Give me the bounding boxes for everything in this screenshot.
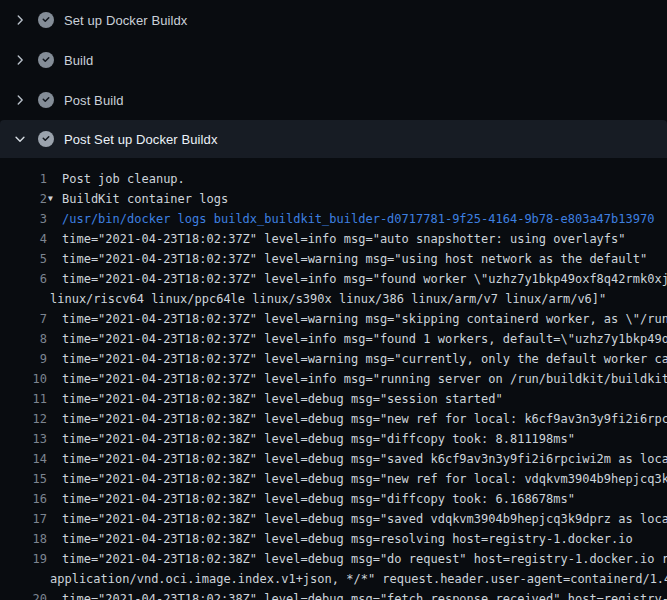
line-number[interactable]: 4: [0, 229, 47, 249]
line-number[interactable]: 2: [0, 189, 47, 209]
log-line: 5time="2021-04-23T18:02:37Z" level=warni…: [0, 249, 667, 269]
log-text: BuildKit container logs: [62, 192, 228, 206]
line-number[interactable]: 12: [0, 409, 47, 429]
log-line: 18time="2021-04-23T18:02:38Z" level=debu…: [0, 529, 667, 549]
check-circle-icon: [38, 52, 54, 68]
step-row-post-set-up-docker-buildx[interactable]: Post Set up Docker Buildx: [0, 120, 667, 158]
step-title: Set up Docker Buildx: [64, 13, 187, 28]
log-text: time="2021-04-23T18:02:38Z" level=debug …: [62, 552, 667, 566]
line-number[interactable]: 6: [0, 269, 47, 289]
log-text: time="2021-04-23T18:02:38Z" level=debug …: [62, 492, 575, 506]
log-text: time="2021-04-23T18:02:38Z" level=debug …: [62, 452, 667, 466]
line-number[interactable]: 8: [0, 329, 47, 349]
log-text: time="2021-04-23T18:02:38Z" level=debug …: [62, 592, 667, 600]
log-text: time="2021-04-23T18:02:38Z" level=debug …: [62, 532, 633, 546]
step-title: Post Build: [64, 93, 124, 108]
log-line-wrap: linux/riscv64 linux/ppc64le linux/s390x …: [0, 289, 667, 309]
chevron-right-icon: [12, 52, 28, 68]
step-row-post-build[interactable]: Post Build: [0, 80, 667, 120]
log-text: time="2021-04-23T18:02:38Z" level=debug …: [62, 432, 575, 446]
log-line: 19time="2021-04-23T18:02:38Z" level=debu…: [0, 549, 667, 569]
line-number[interactable]: 18: [0, 529, 47, 549]
log-text: time="2021-04-23T18:02:37Z" level=warnin…: [62, 252, 647, 266]
line-number[interactable]: 1: [0, 169, 47, 189]
group-collapse-triangle-icon[interactable]: ▼: [48, 189, 62, 209]
log-text: time="2021-04-23T18:02:37Z" level=info m…: [62, 232, 626, 246]
line-number[interactable]: 7: [0, 309, 47, 329]
log-line: 2▼BuildKit container logs: [0, 189, 667, 209]
line-number[interactable]: 16: [0, 489, 47, 509]
step-row-build[interactable]: Build: [0, 40, 667, 80]
line-number[interactable]: 19: [0, 549, 47, 569]
line-number[interactable]: 14: [0, 449, 47, 469]
log-text: time="2021-04-23T18:02:37Z" level=info m…: [62, 332, 667, 346]
steps-list: Set up Docker Buildx Build Post Build: [0, 0, 667, 158]
line-number[interactable]: 9: [0, 349, 47, 369]
log-text: time="2021-04-23T18:02:38Z" level=debug …: [62, 472, 667, 486]
line-number[interactable]: 20: [0, 589, 47, 600]
log-line-wrap: application/vnd.oci.image.index.v1+json,…: [0, 569, 667, 589]
chevron-down-icon: [12, 131, 28, 147]
line-number[interactable]: 15: [0, 469, 47, 489]
log-text: time="2021-04-23T18:02:37Z" level=warnin…: [62, 352, 667, 366]
check-circle-icon: [38, 92, 54, 108]
log-line: 20time="2021-04-23T18:02:38Z" level=debu…: [0, 589, 667, 600]
log-text: time="2021-04-23T18:02:37Z" level=info m…: [62, 272, 667, 286]
log-line: 15time="2021-04-23T18:02:38Z" level=debu…: [0, 469, 667, 489]
chevron-right-icon: [12, 12, 28, 28]
log-line: 9time="2021-04-23T18:02:37Z" level=warni…: [0, 349, 667, 369]
log-lines-container: 1Post job cleanup.2▼BuildKit container l…: [0, 158, 667, 600]
log-text: time="2021-04-23T18:02:37Z" level=warnin…: [62, 312, 667, 326]
log-text: time="2021-04-23T18:02:38Z" level=debug …: [62, 412, 667, 426]
log-line: 10time="2021-04-23T18:02:37Z" level=info…: [0, 369, 667, 389]
job-log-viewer: Set up Docker Buildx Build Post Build: [0, 0, 667, 600]
log-line: 16time="2021-04-23T18:02:38Z" level=debu…: [0, 489, 667, 509]
log-text: time="2021-04-23T18:02:38Z" level=debug …: [62, 512, 667, 526]
line-number[interactable]: 13: [0, 429, 47, 449]
check-circle-icon: [38, 12, 54, 28]
log-line: 8time="2021-04-23T18:02:37Z" level=info …: [0, 329, 667, 349]
log-line: 4time="2021-04-23T18:02:37Z" level=info …: [0, 229, 667, 249]
log-line: 14time="2021-04-23T18:02:38Z" level=debu…: [0, 449, 667, 469]
log-line: 1Post job cleanup.: [0, 169, 667, 189]
log-line: 11time="2021-04-23T18:02:38Z" level=debu…: [0, 389, 667, 409]
line-number[interactable]: 11: [0, 389, 47, 409]
chevron-right-icon: [12, 92, 28, 108]
log-text: time="2021-04-23T18:02:37Z" level=info m…: [62, 372, 667, 386]
step-row-set-up-docker-buildx[interactable]: Set up Docker Buildx: [0, 0, 667, 40]
step-title: Post Set up Docker Buildx: [64, 132, 218, 147]
log-text: application/vnd.oci.image.index.v1+json,…: [50, 572, 667, 586]
log-text: time="2021-04-23T18:02:38Z" level=debug …: [62, 392, 503, 406]
check-circle-icon: [38, 131, 54, 147]
log-line: 7time="2021-04-23T18:02:37Z" level=warni…: [0, 309, 667, 329]
log-text: linux/riscv64 linux/ppc64le linux/s390x …: [50, 292, 606, 306]
step-title: Build: [64, 53, 93, 68]
log-line: 17time="2021-04-23T18:02:38Z" level=debu…: [0, 509, 667, 529]
line-number[interactable]: 17: [0, 509, 47, 529]
line-number[interactable]: 10: [0, 369, 47, 389]
log-text: Post job cleanup.: [62, 172, 185, 186]
log-command-text: /usr/bin/docker logs buildx_buildkit_bui…: [62, 212, 654, 226]
line-number[interactable]: 3: [0, 209, 47, 229]
log-line: 3/usr/bin/docker logs buildx_buildkit_bu…: [0, 209, 667, 229]
log-line: 13time="2021-04-23T18:02:38Z" level=debu…: [0, 429, 667, 449]
log-line: 12time="2021-04-23T18:02:38Z" level=debu…: [0, 409, 667, 429]
line-number[interactable]: 5: [0, 249, 47, 269]
log-line: 6time="2021-04-23T18:02:37Z" level=info …: [0, 269, 667, 289]
